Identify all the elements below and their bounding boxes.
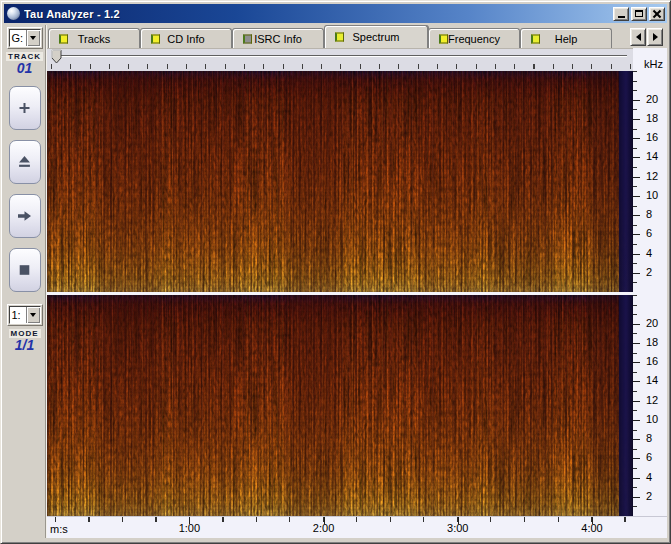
spectrum-pane: TracksCD InfoISRC InfoSpectrumFrequencyH… — [46, 25, 667, 538]
freq-axis-unit-cell: kHz — [633, 48, 667, 71]
freq-axis-channel-1: 2018161412108642 — [633, 71, 667, 292]
time-axis-plot: m:s 1:002:003:004:00 — [47, 517, 633, 538]
sidebar: G: TRACK 01 1: MODE 1/1 — [4, 25, 46, 538]
ruler-ticks — [51, 64, 631, 69]
tab-isrc-info[interactable]: ISRC Info — [232, 28, 324, 48]
add-track-button[interactable] — [9, 86, 41, 130]
titlebar: Tau Analyzer - 1.2 — [4, 4, 667, 23]
maximize-icon — [635, 10, 643, 17]
tab-spectrum[interactable]: Spectrum — [324, 25, 428, 48]
close-icon — [653, 10, 661, 18]
tab-label: Spectrum — [352, 31, 399, 43]
spectrogram-channel-1 — [47, 71, 633, 292]
app-window: Tau Analyzer - 1.2 G: TRACK 01 1: — [0, 0, 671, 544]
spectrogram-regions — [47, 71, 633, 292]
freq-ticks: 2018161412108642 — [633, 295, 667, 516]
tab-label: CD Info — [167, 33, 204, 45]
tab-status-icon — [439, 34, 448, 43]
tab-status-icon — [243, 34, 252, 43]
tab-scroll-left-button[interactable] — [630, 28, 646, 46]
mode-select[interactable]: 1: — [9, 306, 41, 324]
minimize-button[interactable] — [613, 7, 629, 21]
freq-axis-channel-2: 2018161412108642 — [633, 295, 667, 516]
arrow-right-icon — [18, 210, 31, 222]
drive-select-value: G: — [10, 30, 26, 46]
drive-select[interactable]: G: — [9, 29, 41, 47]
tab-label: Frequency — [448, 33, 500, 45]
position-ruler — [47, 48, 633, 71]
tab-status-icon — [151, 34, 160, 43]
chevron-down-icon — [30, 313, 36, 317]
spectrogram-regions — [47, 295, 633, 516]
drive-select-dropdown-button[interactable] — [26, 30, 40, 46]
maximize-button[interactable] — [631, 7, 647, 21]
mode-combo-panel: 1: — [7, 304, 43, 326]
arrow-left-icon — [636, 33, 641, 41]
minimize-icon — [618, 16, 625, 18]
tab-cd-info[interactable]: CD Info — [140, 28, 232, 48]
freq-ticks: 2018161412108642 — [633, 71, 667, 292]
position-slider-groove — [60, 55, 627, 57]
stop-icon — [18, 264, 31, 276]
close-button[interactable] — [649, 7, 665, 21]
spectrogram-channel-2 — [47, 295, 633, 516]
position-slider-thumb[interactable] — [51, 49, 62, 64]
chevron-down-icon — [30, 36, 36, 40]
mode-value: 1/1 — [15, 338, 34, 353]
tab-label: ISRC Info — [254, 33, 302, 45]
app-icon — [7, 7, 20, 20]
tab-help[interactable]: Help — [520, 28, 612, 48]
tab-status-icon — [531, 34, 540, 43]
tab-status-icon — [59, 34, 68, 43]
drive-combo-panel: G: — [7, 27, 43, 49]
tab-scroll-arrows — [630, 28, 663, 46]
freq-axis-unit: kHz — [644, 58, 663, 70]
mode-select-value: 1: — [10, 307, 26, 323]
plus-icon — [18, 102, 31, 114]
time-axis: m:s 1:002:003:004:00 — [47, 516, 667, 538]
tab-label: Tracks — [78, 33, 111, 45]
transport-buttons — [9, 86, 41, 302]
stop-button[interactable] — [9, 248, 41, 292]
tab-strip: TracksCD InfoISRC InfoSpectrumFrequencyH… — [48, 25, 612, 48]
eject-button[interactable] — [9, 140, 41, 184]
eject-icon — [18, 156, 31, 168]
time-minor-ticks — [55, 517, 633, 522]
mode-select-dropdown-button[interactable] — [26, 307, 40, 323]
tab-tracks[interactable]: Tracks — [48, 28, 140, 48]
window-title: Tau Analyzer - 1.2 — [24, 8, 613, 20]
time-axis-unit: m:s — [50, 523, 68, 535]
tab-label: Help — [555, 33, 578, 45]
tab-scroll-right-button[interactable] — [647, 28, 663, 46]
play-next-button[interactable] — [9, 194, 41, 238]
tabbar: TracksCD InfoISRC InfoSpectrumFrequencyH… — [47, 25, 667, 48]
track-number: 01 — [17, 61, 33, 76]
tab-frequency[interactable]: Frequency — [428, 28, 520, 48]
tab-status-icon — [335, 33, 344, 42]
arrow-right-icon — [653, 33, 658, 41]
